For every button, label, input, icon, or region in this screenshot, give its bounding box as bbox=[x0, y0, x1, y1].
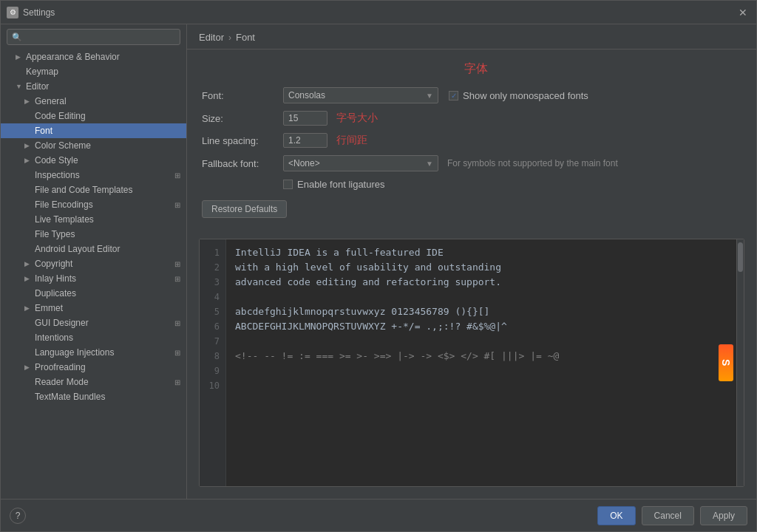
cancel-button[interactable]: Cancel bbox=[642, 506, 694, 525]
general-label: General bbox=[35, 96, 180, 106]
copyright-settings-icon: ⊞ bbox=[174, 260, 180, 268]
size-row: Size: 字号大小 bbox=[202, 111, 741, 126]
editor-arrow: ▼ bbox=[16, 83, 24, 90]
live-templates-label: Live Templates bbox=[35, 214, 180, 225]
code-line-6: ABCDEFGHIJKLMNOPQRSTUVWXYZ +-*/= .,;:!? … bbox=[235, 319, 727, 334]
inlay-hints-settings-icon: ⊞ bbox=[174, 275, 180, 283]
search-box[interactable]: 🔍 bbox=[7, 29, 180, 45]
ok-button[interactable]: OK bbox=[597, 506, 635, 525]
help-button[interactable]: ? bbox=[10, 508, 26, 524]
inlay-hints-label: Inlay Hints bbox=[35, 273, 172, 284]
preview-area: 12345678910 IntelliJ IDEA is a full-feat… bbox=[199, 239, 744, 487]
line-number-9: 9 bbox=[200, 364, 225, 378]
apply-button[interactable]: Apply bbox=[700, 506, 747, 525]
sidebar-item-copyright[interactable]: ▶Copyright⊞ bbox=[1, 256, 186, 271]
code-editing-label: Code Editing bbox=[35, 111, 180, 121]
code-line-4 bbox=[235, 290, 727, 304]
breadcrumb-parent: Editor bbox=[199, 32, 224, 43]
code-line-7 bbox=[235, 334, 727, 349]
sidebar-item-language-injections[interactable]: Language Injections⊞ bbox=[1, 345, 186, 360]
chinese-title: 字体 bbox=[464, 62, 488, 75]
line-spacing-label: Line spacing: bbox=[202, 135, 283, 146]
sidebar-item-emmet[interactable]: ▶Emmet bbox=[1, 301, 186, 316]
language-injections-settings-icon: ⊞ bbox=[174, 349, 180, 357]
color-scheme-label: Color Scheme bbox=[35, 140, 180, 151]
sidebar-item-code-style[interactable]: ▶Code Style bbox=[1, 153, 186, 168]
code-line-3: advanced code editing and refactoring su… bbox=[235, 275, 727, 290]
restore-defaults-row: Restore Defaults bbox=[202, 197, 741, 227]
restore-defaults-button[interactable]: Restore Defaults bbox=[202, 200, 287, 218]
sidebar-item-editor[interactable]: ▼Editor bbox=[1, 79, 186, 94]
sidebar-item-live-templates[interactable]: Live Templates bbox=[1, 212, 186, 227]
proofreading-label: Proofreading bbox=[35, 362, 180, 372]
file-types-label: File Types bbox=[35, 229, 180, 239]
font-select[interactable]: Consolas ▼ bbox=[283, 87, 438, 103]
textmate-bundles-label: TextMate Bundles bbox=[35, 392, 180, 402]
sidebar-item-gui-designer[interactable]: GUI Designer⊞ bbox=[1, 316, 186, 330]
code-line-8: <!-- -- != := === >= >- >=> |-> -> <$> <… bbox=[235, 349, 727, 364]
android-layout-label: Android Layout Editor bbox=[35, 244, 180, 254]
sidebar-item-color-scheme[interactable]: ▶Color Scheme bbox=[1, 138, 186, 153]
line-number-3: 3 bbox=[200, 275, 225, 290]
sidebar-item-inlay-hints[interactable]: ▶Inlay Hints⊞ bbox=[1, 271, 186, 286]
emmet-label: Emmet bbox=[35, 303, 180, 313]
sidebar-item-appearance[interactable]: ▶Appearance & Behavior bbox=[1, 50, 186, 64]
duplicates-label: Duplicates bbox=[35, 288, 180, 299]
sidebar-item-intentions[interactable]: Intentions bbox=[1, 330, 186, 345]
fallback-select-value: <None> bbox=[288, 158, 423, 168]
font-label: Font: bbox=[202, 90, 283, 101]
ligatures-checkbox[interactable] bbox=[283, 180, 293, 189]
line-number-7: 7 bbox=[200, 334, 225, 349]
copyright-label: Copyright bbox=[35, 259, 172, 269]
sidebar-item-file-encodings[interactable]: File Encodings⊞ bbox=[1, 197, 186, 212]
proofreading-arrow: ▶ bbox=[24, 364, 33, 371]
spacing-chinese-label: 行间距 bbox=[336, 134, 367, 147]
sidebar-item-duplicates[interactable]: Duplicates bbox=[1, 286, 186, 301]
sidebar-item-proofreading[interactable]: ▶Proofreading bbox=[1, 360, 186, 375]
sidebar-item-file-code-templates[interactable]: File and Code Templates bbox=[1, 183, 186, 197]
file-encodings-label: File Encodings bbox=[35, 200, 172, 210]
copyright-arrow: ▶ bbox=[24, 260, 33, 267]
sidebar-item-file-types[interactable]: File Types bbox=[1, 227, 186, 242]
form-area: 字体 Font: Consolas ▼ Show only monospaced… bbox=[187, 50, 756, 239]
line-number-4: 4 bbox=[200, 290, 225, 304]
appearance-label: Appearance & Behavior bbox=[26, 52, 180, 62]
size-input[interactable] bbox=[283, 111, 327, 126]
preview-code: IntelliJ IDEA is a full-featured IDEwith… bbox=[226, 239, 736, 486]
line-numbers: 12345678910 bbox=[200, 239, 226, 486]
sidebar-item-inspections[interactable]: Inspections⊞ bbox=[1, 168, 186, 183]
preview-scrollbar[interactable] bbox=[736, 239, 744, 486]
fallback-label: Fallback font: bbox=[202, 158, 283, 169]
gui-designer-label: GUI Designer bbox=[35, 318, 172, 328]
line-spacing-input[interactable] bbox=[283, 133, 327, 148]
sidebar-item-keymap[interactable]: Keymap bbox=[1, 64, 186, 79]
app-icon: ⚙ bbox=[7, 7, 18, 18]
code-line-1: IntelliJ IDEA is a full-featured IDE bbox=[235, 245, 727, 260]
inspections-settings-icon: ⊞ bbox=[174, 171, 180, 180]
search-input[interactable] bbox=[25, 32, 175, 42]
intentions-label: Intentions bbox=[35, 332, 180, 343]
size-label: Size: bbox=[202, 113, 283, 124]
inlay-hints-arrow: ▶ bbox=[24, 275, 33, 282]
sidebar-item-android-layout[interactable]: Android Layout Editor bbox=[1, 242, 186, 256]
fallback-hint: For symbols not supported by the main fo… bbox=[447, 158, 618, 168]
jb-watermark: S bbox=[719, 344, 733, 381]
line-number-10: 10 bbox=[200, 378, 225, 393]
line-number-5: 5 bbox=[200, 304, 225, 319]
code-line-2: with a high level of usability and outst… bbox=[235, 260, 727, 275]
font-row: Font: Consolas ▼ Show only monospaced fo… bbox=[202, 87, 741, 103]
line-number-1: 1 bbox=[200, 245, 225, 260]
title-bar-title: Settings bbox=[23, 7, 736, 18]
fallback-select[interactable]: <None> ▼ bbox=[283, 155, 438, 171]
font-label: Font bbox=[35, 126, 180, 136]
sidebar-item-font[interactable]: Font bbox=[1, 123, 186, 138]
code-line-5: abcdefghijklmnopqrstuvwxyz 0123456789 ()… bbox=[235, 304, 727, 319]
monospace-label: Show only monospaced fonts bbox=[463, 90, 588, 101]
sidebar-item-textmate-bundles[interactable]: TextMate Bundles bbox=[1, 389, 186, 404]
sidebar-item-reader-mode[interactable]: Reader Mode⊞ bbox=[1, 375, 186, 389]
close-button[interactable]: ✕ bbox=[736, 5, 750, 20]
monospace-checkbox[interactable] bbox=[449, 91, 458, 100]
sidebar-item-general[interactable]: ▶General bbox=[1, 94, 186, 109]
sidebar-item-code-editing[interactable]: Code Editing bbox=[1, 109, 186, 123]
code-line-10 bbox=[235, 378, 727, 393]
